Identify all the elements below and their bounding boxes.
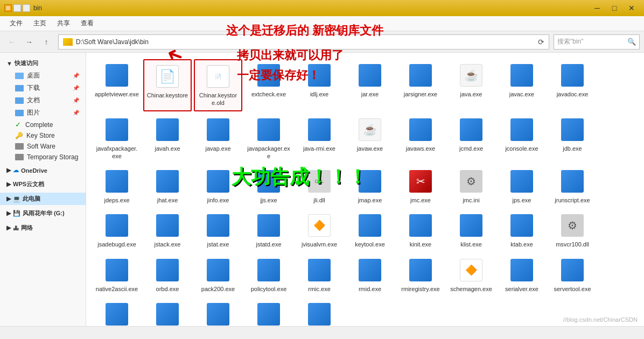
docs-folder-icon bbox=[15, 97, 24, 104]
file-grid: appletviewer.exe 📄 Chinar.keystore 📄 Chi… bbox=[93, 59, 638, 326]
file-keytool[interactable]: keytool.exe bbox=[346, 209, 394, 251]
menu-home[interactable]: 主页 bbox=[28, 17, 52, 30]
file-servertool[interactable]: servertool.exe bbox=[548, 254, 597, 296]
file-javap-name: javap.exe bbox=[205, 145, 230, 152]
sidebar-item-software[interactable]: Soft Ware bbox=[0, 141, 86, 152]
file-javadoc[interactable]: javadoc.exe bbox=[548, 59, 597, 111]
minimize-button[interactable]: ─ bbox=[589, 2, 605, 14]
file-xjc-icon-wrap bbox=[306, 301, 332, 326]
search-box[interactable]: 搜索"bin" 🔍 bbox=[554, 34, 640, 50]
wps-header[interactable]: ▶ WPS云文档 bbox=[0, 178, 86, 190]
file-ktab[interactable]: ktab.exe bbox=[498, 209, 546, 251]
onedrive-header[interactable]: ▶ ☁ OneDrive bbox=[0, 165, 86, 176]
menu-file[interactable]: 文件 bbox=[4, 17, 28, 30]
file-jrunscript[interactable]: jrunscript.exe bbox=[548, 165, 597, 207]
file-javafxpackager[interactable]: javafxpackager.exe bbox=[93, 114, 141, 164]
file-schemagen[interactable]: 🔶 schemagen.exe bbox=[447, 254, 495, 296]
file-javaw[interactable]: ☕ javaw.exe bbox=[346, 114, 394, 164]
file-msvcr100-name: msvcr100.dll bbox=[556, 241, 589, 248]
file-jdeps[interactable]: jdeps.exe bbox=[93, 165, 141, 207]
file-jstatd[interactable]: jstatd.exe bbox=[244, 209, 293, 251]
file-jarsigner[interactable]: jarsigner.exe bbox=[396, 59, 445, 111]
file-javadoc-icon-wrap bbox=[559, 62, 585, 88]
file-policytool[interactable]: policytool.exe bbox=[244, 254, 293, 296]
file-java-icon: ☕ bbox=[460, 64, 482, 87]
network-header[interactable]: ▶ 🖧 网络 bbox=[0, 222, 86, 234]
file-kinit[interactable]: kinit.exe bbox=[396, 209, 445, 251]
file-javac[interactable]: javac.exe bbox=[498, 59, 546, 111]
file-jps[interactable]: jps.exe bbox=[498, 165, 546, 207]
forward-button[interactable]: → bbox=[22, 34, 37, 50]
file-javap[interactable]: javap.exe bbox=[194, 114, 242, 164]
file-rmiregistry[interactable]: rmiregistry.exe bbox=[396, 254, 445, 296]
file-jmc-ini[interactable]: ⚙ jmc.ini bbox=[447, 165, 495, 207]
sidebar-item-software-label: Soft Ware bbox=[27, 143, 55, 150]
sidebar-item-tempstorage[interactable]: Temporary Storag bbox=[0, 152, 86, 163]
file-jconsole-icon-wrap bbox=[509, 117, 535, 143]
pin-icon-docs: 📌 bbox=[73, 97, 79, 103]
file-jvisualvm[interactable]: 🔶 jvisualvm.exe bbox=[295, 209, 344, 251]
file-tnameserv-icon bbox=[106, 303, 128, 326]
file-msvcr100[interactable]: ⚙ msvcr100.dll bbox=[548, 209, 597, 251]
file-jdb[interactable]: jdb.exe bbox=[548, 114, 597, 164]
file-javadoc-icon bbox=[561, 64, 584, 87]
maximize-button[interactable]: □ bbox=[606, 2, 622, 14]
file-jrunscript-icon bbox=[561, 170, 584, 193]
file-chinar-keystore[interactable]: 📄 Chinar.keystore bbox=[143, 59, 192, 111]
file-javaws-icon bbox=[409, 118, 432, 141]
file-chinar-keystore-old[interactable]: 📄 Chinar.keystore.old bbox=[194, 59, 242, 111]
file-jcmd[interactable]: jcmd.exe bbox=[447, 114, 495, 164]
file-msvcr100-icon-wrap: ⚙ bbox=[559, 213, 585, 238]
file-rmid[interactable]: rmid.exe bbox=[346, 254, 394, 296]
file-wsimport[interactable]: wsimport.exe bbox=[244, 298, 293, 326]
file-pack200-icon bbox=[207, 259, 229, 281]
sidebar-item-desktop[interactable]: 桌面 📌 bbox=[0, 69, 86, 82]
quick-access-header[interactable]: ▼快速访问 bbox=[0, 57, 86, 69]
sidebar-item-pics[interactable]: 图片 📌 bbox=[0, 107, 86, 119]
file-jmc[interactable]: ✂ jmc.exe bbox=[396, 165, 445, 207]
file-java[interactable]: ☕ java.exe bbox=[447, 59, 495, 111]
file-klist[interactable]: klist.exe bbox=[447, 209, 495, 251]
file-appletviewer[interactable]: appletviewer.exe bbox=[93, 59, 141, 111]
sidebar-item-keystore[interactable]: 🔑 Key Store bbox=[0, 130, 86, 141]
file-wsimport-icon-wrap bbox=[256, 301, 282, 326]
file-rmic[interactable]: rmic.exe bbox=[295, 254, 344, 296]
file-xjc[interactable]: xjc.exe bbox=[295, 298, 344, 326]
file-tnameserv[interactable]: tnameserv.exe bbox=[93, 298, 141, 326]
file-java-rmi[interactable]: java-rmi.exe bbox=[295, 114, 344, 164]
sidebar-item-desktop-label: 桌面 bbox=[27, 71, 40, 80]
close-button[interactable]: ✕ bbox=[624, 2, 640, 14]
refresh-button[interactable]: ⟳ bbox=[538, 38, 544, 46]
file-unpack200[interactable]: unpack200.exe bbox=[143, 298, 192, 326]
up-button[interactable]: ↑ bbox=[39, 34, 54, 50]
thispc-header[interactable]: ▶ 💻 此电脑 bbox=[0, 193, 86, 205]
file-jsadebugd[interactable]: jsadebugd.exe bbox=[93, 209, 141, 251]
file-jstat[interactable]: jstat.exe bbox=[194, 209, 242, 251]
sidebar-item-complete[interactable]: ✓ Complete bbox=[0, 119, 86, 130]
file-jconsole[interactable]: jconsole.exe bbox=[498, 114, 546, 164]
file-pack200[interactable]: pack200.exe bbox=[194, 254, 242, 296]
drive-g-header[interactable]: ▶ 💾 风雨花年华 (G:) bbox=[0, 207, 86, 220]
file-javapackager[interactable]: javapackager.exe bbox=[244, 114, 293, 164]
file-serialver[interactable]: serialver.exe bbox=[498, 254, 546, 296]
file-javac-icon bbox=[510, 64, 533, 87]
file-jhat[interactable]: jhat.exe bbox=[143, 165, 192, 207]
menu-share[interactable]: 共享 bbox=[52, 17, 75, 30]
file-native2ascii[interactable]: native2ascii.exe bbox=[93, 254, 141, 296]
file-javah[interactable]: javah.exe bbox=[143, 114, 192, 164]
file-jstack-name: jstack.exe bbox=[155, 241, 181, 248]
file-jstack[interactable]: jstack.exe bbox=[143, 209, 192, 251]
file-rmic-name: rmic.exe bbox=[308, 285, 331, 293]
menu-view[interactable]: 查看 bbox=[75, 17, 99, 30]
sidebar-item-downloads[interactable]: 下载 📌 bbox=[0, 82, 86, 94]
sidebar-item-docs[interactable]: 文档 📌 bbox=[0, 94, 86, 107]
file-javaws[interactable]: javaws.exe bbox=[396, 114, 445, 164]
file-jar[interactable]: jar.exe bbox=[346, 59, 394, 111]
search-icon[interactable]: 🔍 bbox=[627, 38, 636, 46]
file-orbd[interactable]: orbd.exe bbox=[143, 254, 192, 296]
file-wsgen[interactable]: wsgen.exe bbox=[194, 298, 242, 326]
file-kinit-icon-wrap bbox=[408, 213, 433, 238]
file-jstatd-icon-wrap bbox=[256, 213, 282, 238]
file-jstack-icon-wrap bbox=[155, 213, 180, 238]
back-button[interactable]: ← bbox=[4, 34, 19, 50]
